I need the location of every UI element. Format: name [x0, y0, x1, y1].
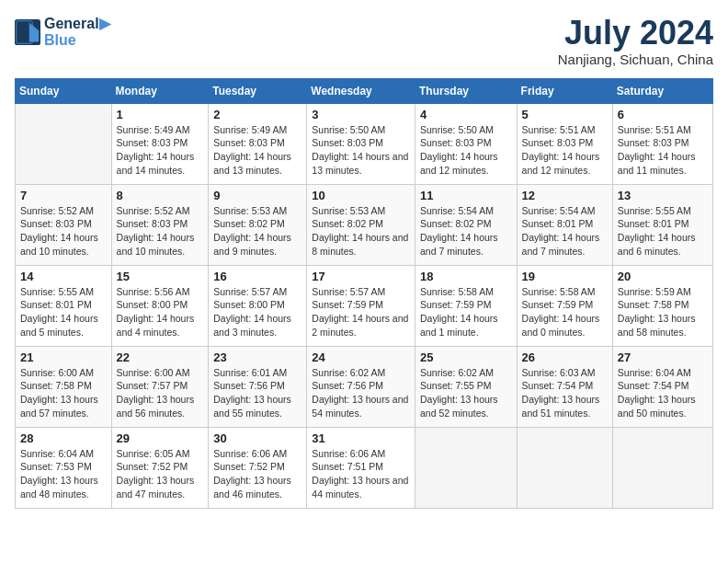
calendar-cell: 10Sunrise: 5:53 AMSunset: 8:02 PMDayligh… [307, 184, 415, 265]
calendar-cell: 6Sunrise: 5:51 AMSunset: 8:03 PMDaylight… [612, 103, 712, 184]
day-info: Sunrise: 6:00 AMSunset: 7:58 PMDaylight:… [20, 366, 107, 420]
calendar-cell: 22Sunrise: 6:00 AMSunset: 7:57 PMDayligh… [111, 346, 209, 427]
day-number: 16 [213, 270, 301, 283]
day-info: Sunrise: 5:58 AMSunset: 7:59 PMDaylight:… [420, 285, 512, 339]
day-number: 24 [312, 350, 410, 364]
day-number: 2 [213, 108, 301, 121]
day-number: 6 [618, 108, 708, 121]
day-number: 14 [20, 270, 107, 283]
calendar-cell: 3Sunrise: 5:50 AMSunset: 8:03 PMDaylight… [307, 103, 415, 184]
calendar-cell: 5Sunrise: 5:51 AMSunset: 8:03 PMDaylight… [517, 103, 612, 184]
day-info: Sunrise: 6:03 AMSunset: 7:54 PMDaylight:… [522, 366, 608, 420]
calendar-cell: 16Sunrise: 5:57 AMSunset: 8:00 PMDayligh… [209, 265, 307, 346]
day-info: Sunrise: 5:54 AMSunset: 8:02 PMDaylight:… [420, 204, 512, 259]
day-number: 18 [420, 270, 512, 283]
weekday-header: Saturday [612, 78, 712, 103]
calendar-cell: 19Sunrise: 5:58 AMSunset: 7:59 PMDayligh… [517, 265, 612, 346]
calendar-cell: 31Sunrise: 6:06 AMSunset: 7:51 PMDayligh… [307, 427, 415, 508]
day-info: Sunrise: 6:02 AMSunset: 7:56 PMDaylight:… [312, 366, 410, 420]
day-number: 21 [20, 350, 107, 364]
day-number: 26 [522, 350, 608, 364]
day-info: Sunrise: 5:52 AMSunset: 8:03 PMDaylight:… [20, 204, 107, 259]
location: Nanjiang, Sichuan, China [558, 52, 713, 67]
day-info: Sunrise: 5:50 AMSunset: 8:03 PMDaylight:… [312, 123, 410, 178]
calendar-cell: 30Sunrise: 6:06 AMSunset: 7:52 PMDayligh… [209, 427, 307, 508]
calendar-cell: 25Sunrise: 6:02 AMSunset: 7:55 PMDayligh… [415, 346, 517, 427]
calendar-cell: 15Sunrise: 5:56 AMSunset: 8:00 PMDayligh… [111, 265, 209, 346]
calendar-cell [16, 103, 112, 184]
calendar-cell: 4Sunrise: 5:50 AMSunset: 8:03 PMDaylight… [415, 103, 517, 184]
day-number: 11 [420, 189, 512, 202]
calendar-week-row: 14Sunrise: 5:55 AMSunset: 8:01 PMDayligh… [16, 265, 713, 346]
calendar-cell: 20Sunrise: 5:59 AMSunset: 7:58 PMDayligh… [612, 265, 712, 346]
calendar-cell: 17Sunrise: 5:57 AMSunset: 7:59 PMDayligh… [307, 265, 415, 346]
day-info: Sunrise: 6:01 AMSunset: 7:56 PMDaylight:… [213, 366, 301, 420]
calendar-cell: 2Sunrise: 5:49 AMSunset: 8:03 PMDaylight… [209, 103, 307, 184]
calendar-cell: 12Sunrise: 5:54 AMSunset: 8:01 PMDayligh… [517, 184, 612, 265]
calendar-cell: 14Sunrise: 5:55 AMSunset: 8:01 PMDayligh… [16, 265, 112, 346]
day-number: 17 [312, 270, 410, 283]
day-info: Sunrise: 6:02 AMSunset: 7:55 PMDaylight:… [420, 366, 512, 420]
day-number: 30 [213, 431, 301, 445]
calendar-cell [612, 427, 712, 508]
day-number: 1 [117, 108, 204, 121]
title-area: July 2024 Nanjiang, Sichuan, China [558, 15, 713, 67]
day-number: 15 [117, 270, 204, 283]
calendar-cell: 27Sunrise: 6:04 AMSunset: 7:54 PMDayligh… [612, 346, 712, 427]
weekday-header: Friday [517, 78, 612, 103]
calendar-week-row: 28Sunrise: 6:04 AMSunset: 7:53 PMDayligh… [16, 427, 713, 508]
day-number: 20 [618, 270, 708, 283]
day-number: 13 [618, 189, 708, 202]
calendar-cell: 28Sunrise: 6:04 AMSunset: 7:53 PMDayligh… [16, 427, 112, 508]
day-info: Sunrise: 5:49 AMSunset: 8:03 PMDaylight:… [117, 123, 204, 178]
day-info: Sunrise: 5:56 AMSunset: 8:00 PMDaylight:… [117, 285, 204, 339]
day-info: Sunrise: 5:57 AMSunset: 7:59 PMDaylight:… [312, 285, 410, 339]
day-number: 10 [312, 189, 410, 202]
day-info: Sunrise: 5:55 AMSunset: 8:01 PMDaylight:… [618, 204, 708, 259]
day-info: Sunrise: 5:55 AMSunset: 8:01 PMDaylight:… [20, 285, 107, 339]
weekday-header: Sunday [16, 78, 112, 103]
day-number: 3 [312, 108, 410, 121]
day-info: Sunrise: 6:04 AMSunset: 7:53 PMDaylight:… [20, 447, 107, 501]
calendar-cell: 26Sunrise: 6:03 AMSunset: 7:54 PMDayligh… [517, 346, 612, 427]
calendar-table: SundayMondayTuesdayWednesdayThursdayFrid… [15, 78, 713, 509]
weekday-header: Monday [111, 78, 209, 103]
day-info: Sunrise: 5:52 AMSunset: 8:03 PMDaylight:… [117, 204, 204, 259]
day-info: Sunrise: 5:49 AMSunset: 8:03 PMDaylight:… [213, 123, 301, 178]
calendar-week-row: 1Sunrise: 5:49 AMSunset: 8:03 PMDaylight… [16, 103, 713, 184]
day-info: Sunrise: 5:57 AMSunset: 8:00 PMDaylight:… [213, 285, 301, 339]
day-number: 28 [20, 431, 107, 445]
day-number: 23 [213, 350, 301, 364]
day-info: Sunrise: 5:53 AMSunset: 8:02 PMDaylight:… [312, 204, 410, 259]
month-title: July 2024 [558, 15, 713, 52]
day-number: 9 [213, 189, 301, 202]
day-number: 25 [420, 350, 512, 364]
weekday-header-row: SundayMondayTuesdayWednesdayThursdayFrid… [16, 78, 713, 103]
logo: General▶ Blue [15, 15, 110, 49]
calendar-cell: 21Sunrise: 6:00 AMSunset: 7:58 PMDayligh… [16, 346, 112, 427]
day-number: 22 [117, 350, 204, 364]
day-info: Sunrise: 6:04 AMSunset: 7:54 PMDaylight:… [618, 366, 708, 420]
day-number: 27 [618, 350, 708, 364]
calendar-cell: 24Sunrise: 6:02 AMSunset: 7:56 PMDayligh… [307, 346, 415, 427]
day-info: Sunrise: 5:50 AMSunset: 8:03 PMDaylight:… [420, 123, 512, 178]
calendar-cell: 29Sunrise: 6:05 AMSunset: 7:52 PMDayligh… [111, 427, 209, 508]
weekday-header: Wednesday [307, 78, 415, 103]
day-info: Sunrise: 5:53 AMSunset: 8:02 PMDaylight:… [213, 204, 301, 259]
day-info: Sunrise: 5:58 AMSunset: 7:59 PMDaylight:… [522, 285, 608, 339]
day-info: Sunrise: 5:54 AMSunset: 8:01 PMDaylight:… [522, 204, 608, 259]
day-info: Sunrise: 6:05 AMSunset: 7:52 PMDaylight:… [117, 447, 204, 501]
calendar-cell: 9Sunrise: 5:53 AMSunset: 8:02 PMDaylight… [209, 184, 307, 265]
calendar-cell: 8Sunrise: 5:52 AMSunset: 8:03 PMDaylight… [111, 184, 209, 265]
day-info: Sunrise: 5:51 AMSunset: 8:03 PMDaylight:… [618, 123, 708, 178]
day-number: 8 [117, 189, 204, 202]
day-number: 7 [20, 189, 107, 202]
day-number: 5 [522, 108, 608, 121]
day-info: Sunrise: 5:59 AMSunset: 7:58 PMDaylight:… [618, 285, 708, 339]
weekday-header: Tuesday [209, 78, 307, 103]
calendar-cell: 13Sunrise: 5:55 AMSunset: 8:01 PMDayligh… [612, 184, 712, 265]
calendar-cell: 11Sunrise: 5:54 AMSunset: 8:02 PMDayligh… [415, 184, 517, 265]
calendar-cell [415, 427, 517, 508]
day-info: Sunrise: 6:00 AMSunset: 7:57 PMDaylight:… [117, 366, 204, 420]
logo-text: General▶ Blue [44, 15, 110, 49]
